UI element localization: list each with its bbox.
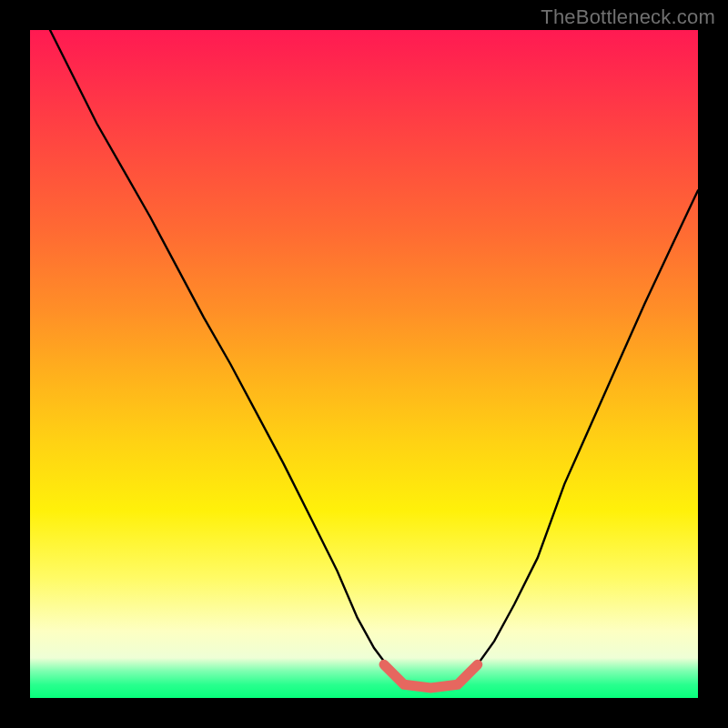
watermark-text: TheBottleneck.com: [541, 5, 715, 29]
curve-layer: [30, 30, 698, 698]
plot-area: [30, 30, 698, 698]
bottleneck-curve: [50, 30, 698, 688]
floor-highlight-segment: [384, 664, 478, 688]
chart-frame: TheBottleneck.com: [0, 0, 728, 728]
